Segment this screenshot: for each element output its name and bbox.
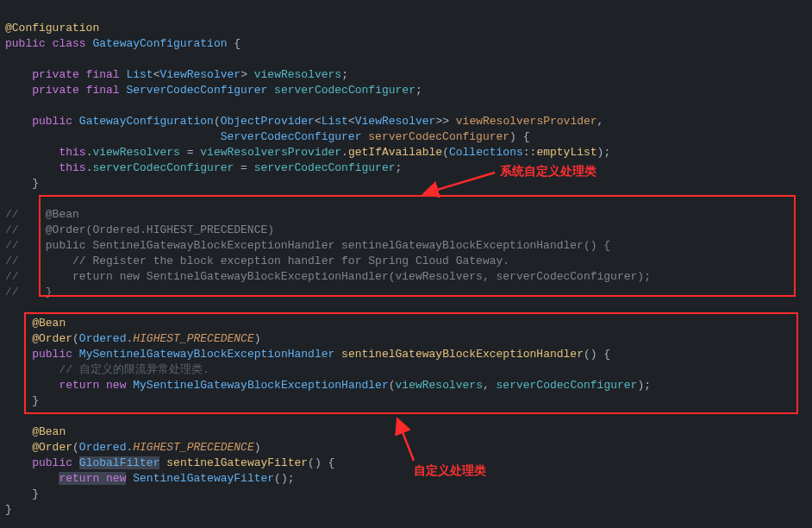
type: MySentinelGatewayBlockExceptionHandler — [79, 348, 334, 361]
ctor: MySentinelGatewayBlockExceptionHandler — [133, 379, 388, 392]
field: viewResolvers — [92, 146, 179, 159]
keyword: public — [32, 456, 72, 469]
code-editor: @Configuration public class GatewayConfi… — [0, 0, 812, 518]
comment-slash: // — [5, 208, 19, 221]
keyword: return — [59, 472, 99, 485]
type: ServerCodecConfigurer — [221, 130, 362, 143]
comment-slash: // — [5, 223, 19, 236]
comment: @Order(Ordered.HIGHEST_PRECEDENCE) — [19, 223, 274, 236]
param: viewResolversProvider — [456, 115, 597, 128]
type: List — [126, 68, 153, 81]
field: serverCodecConfigurer — [92, 161, 234, 174]
punct: ) { — [509, 130, 529, 143]
type: ServerCodecConfigurer — [126, 84, 267, 97]
method: sentinelGatewayBlockExceptionHandler — [341, 348, 584, 361]
keyword: this — [59, 161, 85, 174]
type: List — [322, 115, 348, 128]
comment-slash: // — [5, 255, 19, 267]
arg: serverCodecConfigurer — [497, 379, 638, 392]
type: Ordered — [79, 332, 127, 345]
punct: () { — [584, 348, 610, 361]
brace: } — [5, 503, 12, 516]
annotation: @Bean — [32, 317, 66, 330]
type: ViewResolver — [160, 68, 241, 81]
comment-slash: // — [5, 286, 19, 299]
method: sentinelGatewayFilter — [166, 456, 308, 469]
field: serverCodecConfigurer — [274, 84, 415, 97]
keyword: public — [32, 348, 72, 361]
keyword: private — [32, 84, 79, 97]
keyword: final — [86, 68, 120, 81]
comment: // 自定义的限流异常处理类. — [59, 363, 209, 376]
punct: { — [227, 37, 240, 50]
brace: } — [32, 394, 39, 407]
annotation: @Order — [32, 332, 72, 345]
comment-slash: // — [5, 270, 19, 283]
type: ObjectProvider — [221, 115, 315, 128]
keyword: return — [59, 379, 99, 392]
op: = — [180, 146, 200, 159]
param: serverCodecConfigurer — [368, 130, 509, 143]
ctor: GatewayConfiguration — [79, 115, 214, 128]
type: GlobalFilter — [79, 456, 160, 469]
var: viewResolversProvider — [200, 146, 341, 159]
annotation: @Configuration — [5, 22, 99, 35]
keyword: new — [106, 472, 126, 485]
keyword: this — [59, 146, 85, 159]
field: viewResolvers — [254, 68, 341, 81]
arg: viewResolvers — [396, 379, 483, 392]
method: getIfAvailable — [348, 146, 442, 159]
comment: return new SentinelGatewayBlockException… — [19, 270, 651, 283]
type: ViewResolver — [355, 115, 436, 128]
type: Collections — [449, 146, 523, 159]
ctor: SentinelGatewayFilter — [133, 472, 274, 485]
comment: public SentinelGatewayBlockExceptionHand… — [19, 239, 611, 252]
keyword: public — [5, 37, 46, 50]
comment: // Register the block exception handler … — [19, 255, 510, 267]
brace: } — [32, 487, 39, 500]
const: HIGHEST_PRECEDENCE — [133, 332, 253, 345]
punct: () { — [308, 456, 334, 469]
type: Ordered — [79, 441, 127, 454]
keyword: public — [32, 115, 72, 128]
op: = — [234, 161, 253, 174]
class-name: GatewayConfiguration — [92, 37, 227, 50]
var: serverCodecConfigurer — [254, 161, 396, 174]
annotation: @Bean — [32, 425, 66, 438]
keyword: class — [53, 37, 86, 50]
comment: } — [19, 286, 53, 299]
const: HIGHEST_PRECEDENCE — [133, 441, 253, 454]
keyword: final — [86, 84, 120, 97]
annotation: @Order — [32, 441, 72, 454]
brace: } — [32, 177, 39, 190]
keyword: new — [106, 379, 126, 392]
comment: @Bean — [19, 208, 79, 221]
keyword: private — [32, 68, 79, 81]
comment-slash: // — [5, 239, 19, 252]
method-ref: emptyList — [536, 146, 597, 159]
